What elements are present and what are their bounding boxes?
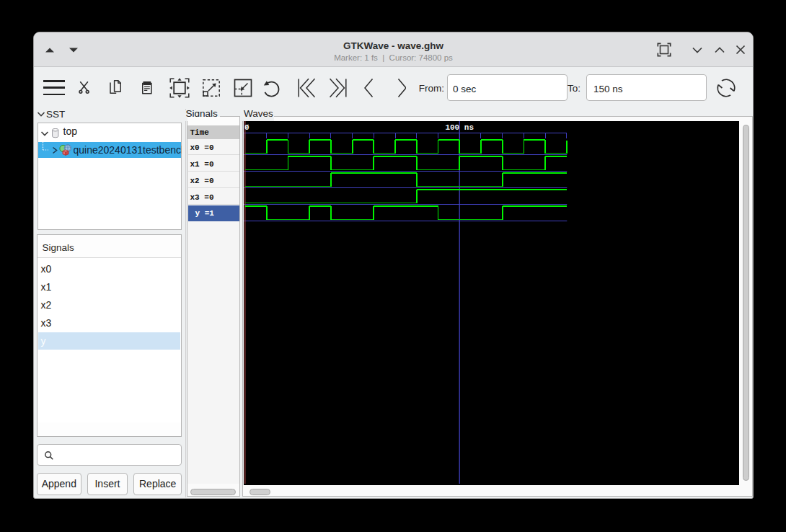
svg-text:0: 0 xyxy=(244,123,250,132)
svg-text:100 ns: 100 ns xyxy=(445,123,474,132)
